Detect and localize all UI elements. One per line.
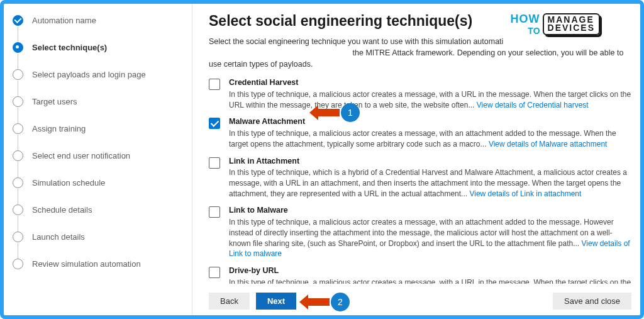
step-label: Select end user notification: [32, 150, 130, 161]
checkbox-link-in-attachment[interactable]: [209, 157, 220, 169]
option-title: Malware Attachment: [229, 116, 631, 128]
checkbox-malware-attachment[interactable]: [209, 118, 220, 129]
step-end-user-notification[interactable]: Select end user notification: [13, 150, 189, 177]
step-simulation-schedule[interactable]: Simulation schedule: [13, 177, 189, 204]
watermark-logo: HOW TO MANAGE DEVICES: [511, 13, 600, 36]
step-review[interactable]: Review simulation automation: [13, 259, 189, 269]
step-indicator: [13, 96, 23, 107]
intro-part2: the MITRE Attack framework. Depending on…: [209, 48, 623, 69]
step-indicator: [13, 259, 23, 269]
option-desc: In this type of technique, a malicious a…: [229, 218, 614, 248]
option-link-in-attachment: Link in Attachment In this type of techn…: [209, 156, 631, 199]
step-label: Target users: [32, 96, 77, 107]
option-title: Link to Malware: [229, 205, 631, 216]
option-desc: In this type of technique, a malicious a…: [229, 278, 631, 284]
window-frame: Automation name Select technique(s) Sele…: [0, 0, 644, 319]
option-link-to-malware: Link to Malware In this type of techniqu…: [209, 205, 631, 259]
step-indicator: [13, 204, 23, 215]
step-label: Review simulation automation: [32, 259, 141, 269]
step-label: Assign training: [32, 123, 86, 134]
step-label: Select payloads and login page: [32, 69, 146, 80]
step-indicator: [13, 69, 23, 80]
option-title: Credential Harvest: [229, 77, 631, 89]
logo-devices: DEVICES: [548, 24, 595, 32]
footer-bar: Back Next Save and close: [209, 293, 631, 310]
checkbox-credential-harvest[interactable]: [209, 79, 220, 90]
step-indicator-current: [13, 42, 23, 53]
step-label: Automation name: [32, 15, 96, 26]
save-and-close-button[interactable]: Save and close: [553, 293, 631, 310]
option-credential-harvest: Credential Harvest In this type of techn…: [209, 77, 631, 110]
logo-box: MANAGE DEVICES: [543, 13, 600, 36]
step-indicator: [13, 232, 23, 242]
logo-how: HOW: [511, 13, 540, 26]
option-title: Link in Attachment: [229, 156, 631, 167]
step-label: Select technique(s): [32, 42, 107, 53]
link-link-in-attachment-details[interactable]: View details of Link in attachment: [469, 189, 581, 198]
step-label: Launch details: [32, 232, 85, 242]
step-select-techniques[interactable]: Select technique(s): [13, 42, 189, 69]
checkbox-drive-by-url[interactable]: [209, 267, 220, 278]
step-indicator: [13, 177, 23, 188]
step-assign-training[interactable]: Assign training: [13, 123, 189, 150]
step-indicator-done: [13, 15, 23, 26]
back-button[interactable]: Back: [209, 293, 250, 310]
annotation-number: 2: [338, 297, 343, 307]
step-target-users[interactable]: Target users: [13, 96, 189, 123]
page-intro: Select the social engineering technique …: [209, 36, 631, 70]
wizard-sidebar: Automation name Select technique(s) Sele…: [13, 15, 189, 269]
step-launch-details[interactable]: Launch details: [13, 232, 189, 259]
step-label: Simulation schedule: [32, 177, 105, 188]
logo-to: TO: [511, 26, 540, 36]
main-panel: Select social engineering technique(s) S…: [209, 13, 631, 284]
checkbox-link-to-malware[interactable]: [209, 206, 220, 218]
option-malware-attachment: Malware Attachment In this type of techn…: [209, 116, 631, 149]
intro-part1: Select the social engineering technique …: [209, 37, 503, 46]
vertical-divider: [192, 4, 192, 315]
link-malware-attachment-details[interactable]: View details of Malware attachment: [489, 140, 608, 148]
next-button[interactable]: Next: [256, 293, 296, 310]
option-title: Drive-by URL: [229, 266, 631, 277]
step-schedule-details[interactable]: Schedule details: [13, 204, 189, 232]
step-indicator: [13, 150, 23, 161]
annotation-badge-2: 2: [331, 293, 350, 311]
option-drive-by-url: Drive-by URL In this type of technique, …: [209, 266, 631, 284]
annotation-arrow-icon: [307, 298, 330, 306]
step-label: Schedule details: [32, 204, 92, 215]
annotation-badge-1: 1: [341, 103, 360, 122]
step-select-payloads[interactable]: Select payloads and login page: [13, 69, 189, 96]
annotation-arrow-icon: [317, 109, 340, 116]
annotation-number: 1: [348, 108, 353, 118]
step-automation-name[interactable]: Automation name: [13, 15, 189, 42]
link-credential-harvest-details[interactable]: View details of Credential harvest: [477, 101, 589, 109]
step-indicator: [13, 123, 23, 134]
